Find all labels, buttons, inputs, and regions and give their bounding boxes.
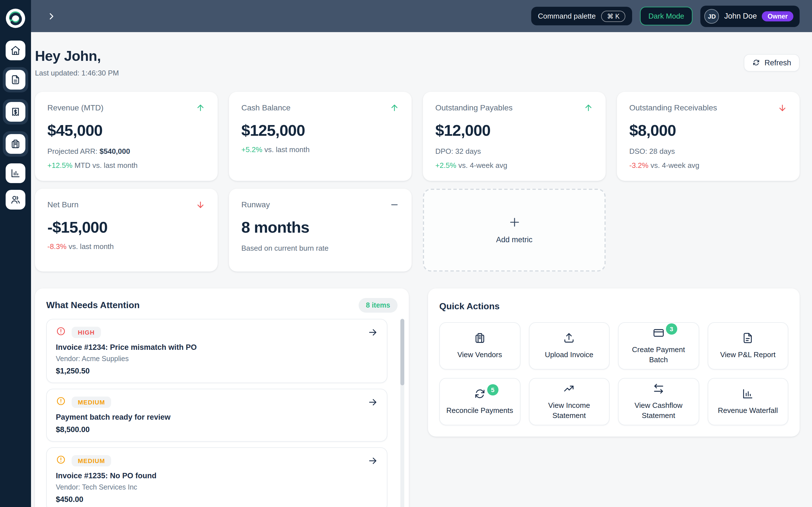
sidebar-item-vendors-wrap [3,131,28,157]
metric-delta: -3.2% vs. 4-week avg [629,161,787,170]
sidebar-item-team[interactable] [6,190,26,210]
swap-arrows-icon [652,383,665,395]
create-payment-batch-button[interactable]: 3 Create Payment Batch [618,322,699,370]
dark-mode-toggle[interactable]: Dark Mode [640,7,693,25]
page-title: Hey John, [35,48,119,64]
reports-icon [10,168,21,179]
metric-label: Runway [241,200,270,209]
home-icon [10,45,21,56]
reconcile-payments-button[interactable]: 5 Reconcile Payments [439,378,520,425]
metric-card-net-burn[interactable]: Net Burn -$15,000 -8.3% vs. last month [35,189,218,272]
attention-panel: What Needs Attention 8 items HIGH Invoic… [35,288,409,507]
arrow-up-icon [583,103,593,115]
last-updated-text: Last updated: 1:46:30 PM [35,69,119,77]
metric-delta: -8.3% vs. last month [47,242,205,251]
app-logo[interactable] [5,8,26,29]
add-metric-button[interactable]: Add metric [423,189,606,272]
metrics-grid: Revenue (MTD) $45,000 Projected ARR: $54… [35,92,800,272]
arrow-down-icon [196,200,205,212]
quick-actions-panel: Quick Actions View Vendors Upload Invoic… [428,288,800,437]
metric-delta: +12.5% MTD vs. last month [47,161,205,170]
open-item-button[interactable] [368,456,378,466]
attention-item-amount: $450.00 [56,495,378,504]
attention-item-vendor: Vendor: Acme Supplies [56,355,378,363]
attention-item-title: Payment batch ready for review [56,413,378,421]
attention-item[interactable]: MEDIUM Payment batch ready for review $8… [46,389,388,442]
arrow-down-icon [777,103,787,115]
command-palette-shortcut: ⌘ K [601,10,625,22]
refresh-icon [752,59,760,66]
sidebar-item-invoices[interactable] [6,70,26,90]
attention-item[interactable]: MEDIUM Invoice #1235: No PO found Vendor… [46,447,388,507]
team-icon [10,194,21,205]
plus-icon [508,216,520,228]
user-name: John Doe [724,12,757,20]
arrow-right-icon [368,327,378,337]
minus-icon [390,200,399,212]
avatar: JD [705,9,719,23]
attention-item-title: Invoice #1234: Price mismatch with PO [56,343,378,351]
revenue-waterfall-button[interactable]: Revenue Waterfall [707,378,788,425]
attention-list: HIGH Invoice #1234: Price mismatch with … [46,319,398,507]
upload-icon [563,332,575,344]
scrollbar[interactable] [400,319,404,507]
metric-card-outstanding-receivables[interactable]: Outstanding Receivables $8,000 DSO: 28 d… [617,92,800,181]
open-item-button[interactable] [368,397,378,407]
count-badge: 5 [487,384,499,395]
page-header: Hey John, Last updated: 1:46:30 PM Refre… [35,48,800,77]
sidebar-nav [3,41,28,210]
topbar-right-cluster: Command palette ⌘ K Dark Mode JD John Do… [531,5,800,27]
sidebar-item-home[interactable] [6,41,26,60]
metric-card-cash-balance[interactable]: Cash Balance $125,000 +5.2% vs. last mon… [229,92,412,181]
metric-label: Outstanding Receivables [629,103,717,112]
attention-count-badge: 8 items [359,298,398,313]
alert-circle-icon [56,326,66,339]
view-cashflow-statement-button[interactable]: View Cashflow Statement [618,378,699,425]
metric-card-outstanding-payables[interactable]: Outstanding Payables $12,000 DPO: 32 day… [423,92,606,181]
metric-delta: +2.5% vs. 4-week avg [435,161,593,170]
sidebar-item-payments[interactable] [6,102,26,122]
view-pl-report-button[interactable]: View P&L Report [707,322,788,370]
bar-chart-icon [742,388,754,400]
attention-item-title: Invoice #1235: No PO found [56,471,378,480]
severity-badge: MEDIUM [71,455,111,466]
open-item-button[interactable] [368,327,378,337]
app-root: Command palette ⌘ K Dark Mode JD John Do… [0,0,812,507]
metric-value: $125,000 [241,122,399,140]
metric-card-revenue[interactable]: Revenue (MTD) $45,000 Projected ARR: $54… [35,92,218,181]
logo-knot-icon [5,8,26,29]
alert-circle-icon [56,396,66,408]
command-palette-label: Command palette [538,12,596,20]
quick-actions-title: Quick Actions [439,301,500,312]
refresh-button[interactable]: Refresh [744,54,800,71]
metric-label: Revenue (MTD) [47,103,103,112]
metric-card-runway[interactable]: Runway 8 months Based on current burn ra… [229,189,412,272]
metric-value: $12,000 [435,122,593,140]
attention-title: What Needs Attention [46,300,140,311]
attention-item-amount: $8,500.00 [56,425,378,434]
command-palette-button[interactable]: Command palette ⌘ K [531,7,632,25]
attention-item-amount: $1,250.50 [56,367,378,375]
severity-badge: HIGH [71,327,101,338]
document-icon [742,332,754,344]
upload-invoice-button[interactable]: Upload Invoice [529,322,610,370]
user-menu[interactable]: JD John Doe Owner [701,5,800,27]
attention-item[interactable]: HIGH Invoice #1234: Price mismatch with … [46,319,388,383]
vendors-icon [10,138,21,149]
metric-subtext: DSO: 28 days [629,147,787,156]
view-income-statement-button[interactable]: View Income Statement [529,378,610,425]
arrow-up-icon [390,103,399,115]
metric-label: Cash Balance [241,103,290,112]
metric-value: -$15,000 [47,219,205,237]
invoices-icon [10,74,21,85]
scrollbar-thumb[interactable] [400,319,404,385]
metric-subtext: Projected ARR: $540,000 [47,147,205,156]
severity-badge: MEDIUM [71,397,111,408]
metric-subtext: Based on current burn rate [241,244,399,252]
sidebar-collapse-button[interactable] [47,11,56,20]
view-vendors-button[interactable]: View Vendors [439,322,520,370]
arrow-right-icon [368,456,378,466]
sidebar-item-vendors[interactable] [6,134,26,154]
count-badge: 3 [666,323,677,335]
sidebar-item-reports[interactable] [6,163,26,183]
